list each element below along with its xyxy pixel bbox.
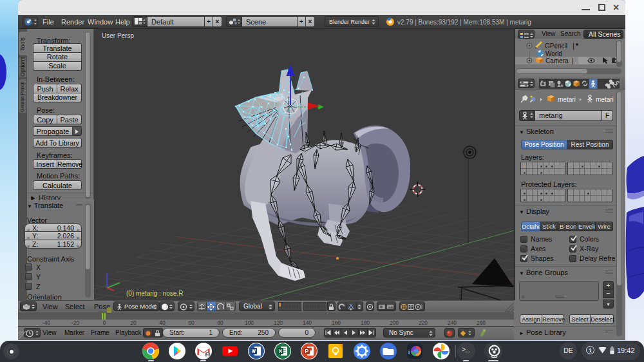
svg-text:i: i xyxy=(408,349,410,356)
svg-text:User Persp: User Persp xyxy=(102,32,134,39)
svg-text:(0) metarig : nose.R: (0) metarig : nose.R xyxy=(126,290,183,297)
svg-text:metari: metari xyxy=(558,96,576,103)
svg-text:metari: metari xyxy=(596,96,614,103)
